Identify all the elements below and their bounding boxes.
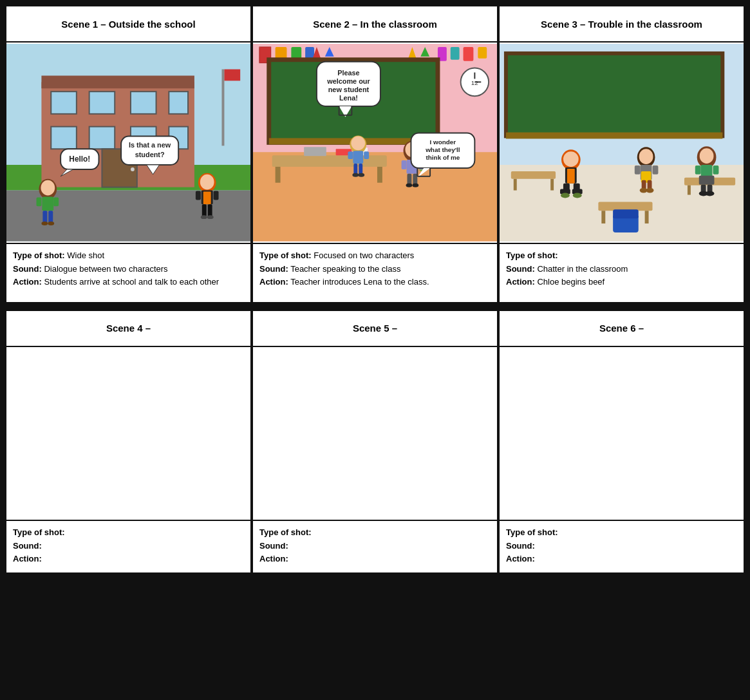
svg-rect-123 [567,169,575,184]
svg-rect-9 [51,127,77,149]
svg-rect-138 [635,166,641,175]
scene6-header: Scene 6 – [500,311,744,347]
scene2-shot-value: Focused on two characters [314,251,414,260]
scene2-cell: Scene 2 – In the classroom [252,5,498,303]
svg-rect-7 [131,91,156,114]
svg-rect-143 [699,176,715,185]
scene6-cell: Scene 6 – Type of shot: Sound: Action: [498,310,745,574]
svg-rect-16 [224,70,240,81]
svg-rect-22 [37,197,42,206]
svg-point-87 [406,184,412,187]
svg-text:I wonder: I wonder [430,138,456,146]
svg-rect-117 [645,211,649,223]
scene3-sound-value: Chatter in the classroom [537,264,628,274]
scene4-image [6,347,250,521]
scene4-cell: Scene 4 – Type of shot: Sound: Action: [5,310,252,574]
svg-point-141 [700,148,714,164]
svg-point-14 [131,167,135,171]
svg-rect-111 [514,179,517,191]
svg-rect-6 [89,91,115,114]
scene4-sound-label: Sound: [13,541,42,551]
scene6-image [500,347,744,521]
svg-rect-114 [688,185,691,195]
svg-text:Please: Please [337,69,359,77]
svg-rect-8 [169,91,188,114]
scene3-sound-label: Sound: [506,264,535,274]
svg-rect-53 [478,47,487,59]
scene6-notes: Type of shot: Sound: Action: [500,521,744,572]
scene1-sound-value: Dialogue between two characters [44,264,167,274]
svg-text:Hello!: Hello! [69,155,90,164]
svg-rect-33 [214,191,219,200]
svg-rect-65 [276,167,281,183]
scene5-image [253,347,497,521]
svg-rect-23 [53,197,59,206]
scene3-notes: Type of shot: Sound: Chatter in the clas… [500,244,744,302]
scene1-shot-label: Type of shot: [13,251,65,260]
svg-rect-10 [89,127,115,149]
scene2-shot-label: Type of shot: [259,251,312,260]
svg-point-35 [207,215,214,219]
scene3-shot-label: Type of shot: [506,251,558,260]
svg-rect-21 [48,211,53,223]
svg-rect-20 [42,211,47,223]
svg-rect-110 [511,171,556,179]
svg-point-131 [639,149,653,164]
svg-rect-109 [506,133,722,139]
svg-rect-148 [695,166,701,175]
svg-point-34 [201,215,207,219]
svg-text:new student: new student [328,86,370,93]
svg-rect-4 [41,75,194,88]
svg-text:student?: student? [135,151,165,158]
row-1: Scene 1 – Outside the school [4,4,746,305]
svg-point-27 [200,175,214,190]
svg-rect-31 [208,204,212,217]
svg-rect-75 [348,151,353,159]
svg-rect-85 [402,160,407,169]
svg-point-77 [352,173,359,177]
svg-text:welcome our: welcome our [326,77,370,85]
svg-rect-19 [42,196,53,211]
svg-text:Lena!: Lena! [339,94,358,102]
scene2-notes: Type of shot: Focused on two characters … [253,244,497,302]
scene5-shot-label: Type of shot: [259,527,312,537]
scene1-cell: Scene 1 – Outside the school [5,5,252,303]
svg-rect-108 [506,53,722,137]
storyboard: Scene 1 – Outside the school [4,4,746,575]
svg-rect-149 [713,166,719,175]
scene4-notes: Type of shot: Sound: Action: [6,521,250,572]
scene2-header: Scene 2 – In the classroom [253,6,497,43]
svg-rect-67 [304,147,326,156]
svg-rect-66 [377,167,382,183]
svg-text:Is that a new: Is that a new [129,141,171,149]
scene5-sound-label: Sound: [259,541,288,551]
scene2-action-value: Teacher introduces Lena to the class. [290,277,429,287]
scene3-action-label: Action: [506,277,535,287]
svg-point-18 [41,180,55,196]
svg-point-88 [412,184,418,187]
svg-text:think of me: think of me [426,154,460,161]
svg-rect-72 [353,151,363,164]
svg-point-137 [646,188,654,193]
svg-rect-135 [648,180,652,189]
svg-rect-134 [642,180,646,189]
svg-point-129 [573,193,582,198]
row-2: Scene 4 – Type of shot: Sound: Action: S… [4,308,746,575]
svg-point-24 [41,222,48,225]
scene3-image [500,43,744,244]
svg-text:12: 12 [471,79,478,86]
svg-rect-76 [364,151,369,159]
svg-point-121 [563,151,579,167]
scene2-sound-label: Sound: [259,264,288,274]
svg-rect-64 [272,155,387,167]
svg-point-25 [48,222,54,225]
svg-rect-32 [196,191,201,200]
scene5-action-label: Action: [259,554,288,563]
svg-text:what they'll: what they'll [425,146,460,153]
scene1-sound-label: Sound: [13,264,42,274]
scene2-sound-value: Teacher speaking to the class [290,264,400,274]
scene1-image: Hello! Is that a new student? [6,43,250,244]
scene3-action-value: Chloe begins beef [537,277,605,287]
svg-rect-30 [202,204,207,217]
svg-rect-119 [613,209,639,218]
